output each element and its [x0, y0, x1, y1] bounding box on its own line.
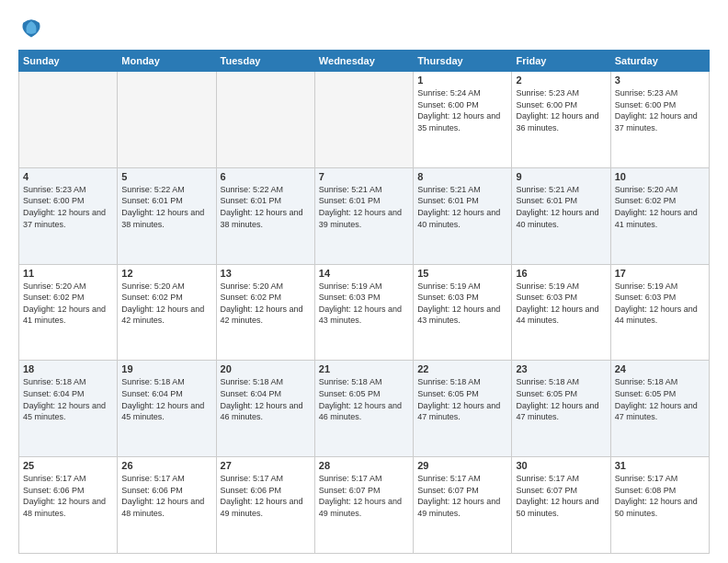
day-number: 6 [221, 171, 311, 182]
day-number: 5 [121, 171, 211, 182]
day-number: 1 [417, 75, 507, 86]
calendar-cell [118, 72, 216, 168]
calendar-cell: 29Sunrise: 5:17 AMSunset: 6:07 PMDayligh… [414, 457, 512, 554]
day-info: Sunrise: 5:19 AMSunset: 6:03 PMDaylight:… [319, 281, 409, 327]
day-info: Sunrise: 5:23 AMSunset: 6:00 PMDaylight:… [23, 184, 113, 230]
calendar-week-2: 4Sunrise: 5:23 AMSunset: 6:00 PMDaylight… [19, 167, 710, 264]
day-info: Sunrise: 5:18 AMSunset: 6:05 PMDaylight:… [615, 376, 705, 422]
day-number: 11 [23, 268, 113, 279]
day-number: 19 [121, 363, 211, 374]
calendar-cell [216, 72, 314, 168]
weekday-friday: Friday [512, 51, 610, 72]
day-info: Sunrise: 5:17 AMSunset: 6:06 PMDaylight:… [23, 473, 113, 519]
day-info: Sunrise: 5:17 AMSunset: 6:07 PMDaylight:… [516, 473, 606, 519]
logo [18, 15, 48, 40]
calendar-cell: 22Sunrise: 5:18 AMSunset: 6:05 PMDayligh… [414, 361, 512, 457]
day-number: 20 [221, 363, 311, 374]
day-number: 8 [417, 171, 507, 182]
day-number: 13 [221, 268, 311, 279]
day-number: 4 [23, 171, 113, 182]
day-number: 18 [23, 363, 113, 374]
calendar-cell: 1Sunrise: 5:24 AMSunset: 6:00 PMDaylight… [414, 72, 512, 168]
calendar-cell: 3Sunrise: 5:23 AMSunset: 6:00 PMDaylight… [610, 72, 709, 168]
day-info: Sunrise: 5:19 AMSunset: 6:03 PMDaylight:… [615, 281, 705, 327]
day-number: 30 [516, 460, 606, 471]
calendar-week-4: 18Sunrise: 5:18 AMSunset: 6:04 PMDayligh… [19, 361, 710, 457]
calendar-cell: 5Sunrise: 5:22 AMSunset: 6:01 PMDaylight… [118, 167, 216, 264]
calendar-week-5: 25Sunrise: 5:17 AMSunset: 6:06 PMDayligh… [19, 457, 710, 554]
calendar-cell: 9Sunrise: 5:21 AMSunset: 6:01 PMDaylight… [512, 167, 610, 264]
day-info: Sunrise: 5:17 AMSunset: 6:08 PMDaylight:… [615, 473, 705, 519]
calendar-cell: 28Sunrise: 5:17 AMSunset: 6:07 PMDayligh… [314, 457, 413, 554]
calendar-cell: 21Sunrise: 5:18 AMSunset: 6:05 PMDayligh… [314, 361, 413, 457]
calendar-table: SundayMondayTuesdayWednesdayThursdayFrid… [18, 50, 710, 554]
day-info: Sunrise: 5:23 AMSunset: 6:00 PMDaylight:… [516, 87, 606, 133]
day-info: Sunrise: 5:17 AMSunset: 6:06 PMDaylight:… [121, 473, 211, 519]
day-info: Sunrise: 5:20 AMSunset: 6:02 PMDaylight:… [615, 184, 705, 230]
day-number: 12 [121, 268, 211, 279]
day-number: 27 [221, 460, 311, 471]
day-number: 31 [615, 460, 705, 471]
calendar-cell: 26Sunrise: 5:17 AMSunset: 6:06 PMDayligh… [118, 457, 216, 554]
calendar-cell: 7Sunrise: 5:21 AMSunset: 6:01 PMDaylight… [314, 167, 413, 264]
day-info: Sunrise: 5:20 AMSunset: 6:02 PMDaylight:… [121, 281, 211, 327]
weekday-tuesday: Tuesday [216, 51, 314, 72]
day-number: 28 [319, 460, 409, 471]
calendar-cell: 17Sunrise: 5:19 AMSunset: 6:03 PMDayligh… [610, 264, 709, 361]
calendar-cell: 19Sunrise: 5:18 AMSunset: 6:04 PMDayligh… [118, 361, 216, 457]
header [18, 15, 710, 40]
day-info: Sunrise: 5:23 AMSunset: 6:00 PMDaylight:… [615, 87, 705, 133]
calendar-cell: 18Sunrise: 5:18 AMSunset: 6:04 PMDayligh… [19, 361, 118, 457]
day-info: Sunrise: 5:17 AMSunset: 6:07 PMDaylight:… [417, 473, 507, 519]
day-info: Sunrise: 5:24 AMSunset: 6:00 PMDaylight:… [417, 87, 507, 133]
calendar-cell: 8Sunrise: 5:21 AMSunset: 6:01 PMDaylight… [414, 167, 512, 264]
day-info: Sunrise: 5:19 AMSunset: 6:03 PMDaylight:… [516, 281, 606, 327]
calendar-cell: 12Sunrise: 5:20 AMSunset: 6:02 PMDayligh… [118, 264, 216, 361]
day-number: 10 [615, 171, 705, 182]
calendar-cell: 30Sunrise: 5:17 AMSunset: 6:07 PMDayligh… [512, 457, 610, 554]
day-number: 21 [319, 363, 409, 374]
calendar-cell: 31Sunrise: 5:17 AMSunset: 6:08 PMDayligh… [610, 457, 709, 554]
calendar-cell: 6Sunrise: 5:22 AMSunset: 6:01 PMDaylight… [216, 167, 314, 264]
weekday-wednesday: Wednesday [314, 51, 413, 72]
calendar-cell: 2Sunrise: 5:23 AMSunset: 6:00 PMDaylight… [512, 72, 610, 168]
weekday-thursday: Thursday [414, 51, 512, 72]
day-info: Sunrise: 5:18 AMSunset: 6:05 PMDaylight:… [319, 376, 409, 422]
day-info: Sunrise: 5:22 AMSunset: 6:01 PMDaylight:… [221, 184, 311, 230]
calendar-cell: 27Sunrise: 5:17 AMSunset: 6:06 PMDayligh… [216, 457, 314, 554]
page: SundayMondayTuesdayWednesdayThursdayFrid… [0, 0, 728, 563]
day-number: 16 [516, 268, 606, 279]
day-number: 22 [417, 363, 507, 374]
day-number: 15 [417, 268, 507, 279]
day-info: Sunrise: 5:21 AMSunset: 6:01 PMDaylight:… [417, 184, 507, 230]
calendar-cell [19, 72, 118, 168]
calendar-week-1: 1Sunrise: 5:24 AMSunset: 6:00 PMDaylight… [19, 72, 710, 168]
day-number: 29 [417, 460, 507, 471]
calendar-cell: 13Sunrise: 5:20 AMSunset: 6:02 PMDayligh… [216, 264, 314, 361]
calendar-cell [314, 72, 413, 168]
logo-icon [18, 15, 44, 40]
day-info: Sunrise: 5:21 AMSunset: 6:01 PMDaylight:… [319, 184, 409, 230]
calendar-cell: 11Sunrise: 5:20 AMSunset: 6:02 PMDayligh… [19, 264, 118, 361]
day-number: 17 [615, 268, 705, 279]
day-number: 9 [516, 171, 606, 182]
day-info: Sunrise: 5:18 AMSunset: 6:05 PMDaylight:… [516, 376, 606, 422]
calendar-cell: 15Sunrise: 5:19 AMSunset: 6:03 PMDayligh… [414, 264, 512, 361]
calendar-cell: 16Sunrise: 5:19 AMSunset: 6:03 PMDayligh… [512, 264, 610, 361]
calendar-cell: 10Sunrise: 5:20 AMSunset: 6:02 PMDayligh… [610, 167, 709, 264]
day-info: Sunrise: 5:21 AMSunset: 6:01 PMDaylight:… [516, 184, 606, 230]
day-info: Sunrise: 5:22 AMSunset: 6:01 PMDaylight:… [121, 184, 211, 230]
day-number: 14 [319, 268, 409, 279]
weekday-sunday: Sunday [19, 51, 118, 72]
calendar-cell: 24Sunrise: 5:18 AMSunset: 6:05 PMDayligh… [610, 361, 709, 457]
day-info: Sunrise: 5:18 AMSunset: 6:04 PMDaylight:… [23, 376, 113, 422]
day-info: Sunrise: 5:18 AMSunset: 6:04 PMDaylight:… [221, 376, 311, 422]
day-info: Sunrise: 5:20 AMSunset: 6:02 PMDaylight:… [221, 281, 311, 327]
weekday-monday: Monday [118, 51, 216, 72]
day-info: Sunrise: 5:20 AMSunset: 6:02 PMDaylight:… [23, 281, 113, 327]
calendar-cell: 4Sunrise: 5:23 AMSunset: 6:00 PMDaylight… [19, 167, 118, 264]
day-number: 3 [615, 75, 705, 86]
day-number: 23 [516, 363, 606, 374]
day-info: Sunrise: 5:18 AMSunset: 6:05 PMDaylight:… [417, 376, 507, 422]
day-number: 25 [23, 460, 113, 471]
